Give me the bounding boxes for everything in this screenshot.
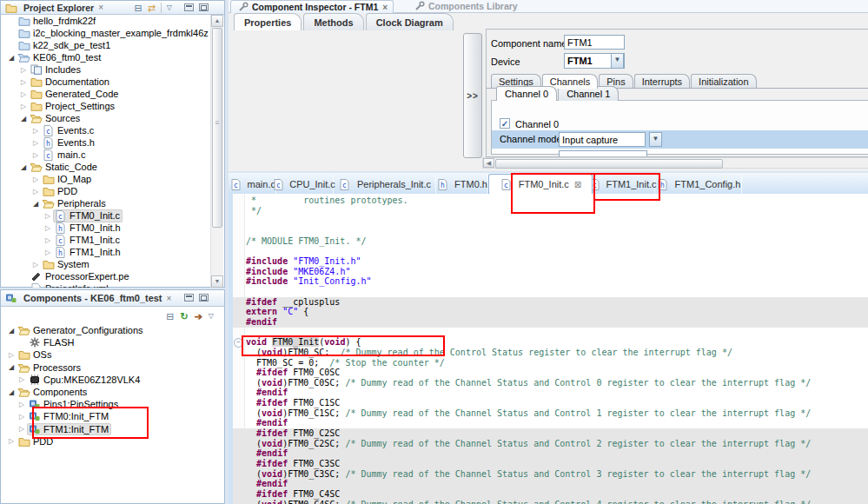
close-tab-icon[interactable]: ⊠: [574, 180, 581, 189]
expanded-arrow-icon[interactable]: ◢: [6, 54, 17, 62]
tree-item-system[interactable]: ▷System: [1, 258, 213, 270]
expanded-arrow-icon[interactable]: ◢: [18, 163, 29, 171]
collapsed-arrow-icon[interactable]: ▷: [43, 236, 53, 244]
tree-item-peripherals[interactable]: ◢Peripherals: [1, 197, 213, 209]
channel-mode-select[interactable]: Input capture: [559, 132, 646, 147]
scroll-left-icon[interactable]: ◀: [483, 158, 494, 168]
editor-tab-main-c[interactable]: cmain.c: [231, 175, 276, 194]
collapsed-arrow-icon[interactable]: ▷: [6, 437, 17, 445]
scroll-up-icon[interactable]: ▲: [211, 15, 223, 27]
view-menu-icon[interactable]: ▽: [167, 3, 172, 12]
fold-collapse-icon[interactable]: −: [234, 338, 243, 348]
collapsed-arrow-icon[interactable]: ▷: [30, 176, 41, 183]
generate-code-icon[interactable]: ➔: [195, 312, 202, 321]
tree-item-ftm0-init-c[interactable]: ▷cFTM0_Init.c: [1, 209, 213, 222]
tree-item-ftm0-init-ftm[interactable]: ▷FTM0:Init_FTM: [1, 410, 224, 422]
tree-item-ftm1-init-ftm[interactable]: ▷FTM1:Init_FTM: [1, 423, 224, 435]
expanded-arrow-icon[interactable]: ◢: [6, 327, 17, 335]
collapsed-arrow-icon[interactable]: ▷: [18, 78, 29, 86]
tree-item-cpu-mke06z128vlk4[interactable]: ▷Cpu:MKE06Z128VLK4: [1, 374, 224, 386]
editor-tab-peripherals-init-c[interactable]: cPeripherals_Init.c: [334, 175, 436, 194]
collapsed-arrow-icon[interactable]: ▷: [43, 224, 53, 232]
subtab-interrupts[interactable]: Interrupts: [634, 74, 690, 89]
editor-tab-ftm0-init-c[interactable]: cFTM0_Init.c⊠: [488, 174, 593, 194]
component-name-input[interactable]: FTM1: [564, 35, 625, 50]
tree-item-generated-code[interactable]: ▷Generated_Code: [1, 88, 213, 100]
tab-components-library[interactable]: Components Library: [407, 0, 523, 12]
tree-item-i2c-blocking-master-example-frdmkl46z[interactable]: i2c_blocking_master_example_frdmkl46z: [1, 27, 213, 39]
collapsed-arrow-icon[interactable]: ▷: [17, 375, 27, 383]
view-menu-icon[interactable]: ▽: [209, 312, 214, 321]
tab-component-inspector[interactable]: Component Inspector - FTM1 ×: [230, 0, 394, 13]
subtab-initialization[interactable]: Initialization: [691, 74, 756, 89]
minimize-view-icon[interactable]: [184, 294, 194, 302]
tree-item-projectinfo-xml[interactable]: ProjectInfo.xml: [1, 282, 213, 288]
tree-item-ftm1-init-h[interactable]: ▷hFTM1_Init.h: [1, 246, 213, 258]
link-with-editor-icon[interactable]: ⇄: [148, 3, 156, 12]
close-view-icon[interactable]: ×: [98, 3, 103, 12]
close-view-icon[interactable]: ×: [382, 3, 388, 12]
collapse-all-icon[interactable]: ⊟: [166, 312, 174, 321]
editor-tab-ftm1-init-c[interactable]: cFTM1_Init.c: [593, 175, 655, 194]
collapsed-arrow-icon[interactable]: ▷: [30, 151, 41, 159]
expand-sections-button[interactable]: >>: [463, 33, 482, 158]
close-view-icon[interactable]: ×: [167, 294, 172, 303]
maximize-view-icon[interactable]: [199, 294, 209, 302]
tree-item-pins1-pinsettings[interactable]: ▷Pins1:PinSettings: [1, 398, 224, 410]
tree-item-hello-frdmk22f[interactable]: hello_frdmk22f: [1, 15, 213, 27]
tree-item-ftm1-init-c[interactable]: ▷cFTM1_Init.c: [1, 234, 213, 246]
collapsed-arrow-icon[interactable]: ▷: [30, 139, 41, 147]
expanded-arrow-icon[interactable]: ◢: [6, 388, 17, 396]
minimize-view-icon[interactable]: [184, 3, 194, 11]
tree-item-includes[interactable]: ▷Includes: [1, 63, 213, 76]
device-dropdown-icon[interactable]: ▼: [611, 53, 624, 69]
tree-item-sources[interactable]: ◢Sources: [1, 112, 213, 124]
collapsed-arrow-icon[interactable]: ▷: [17, 413, 27, 421]
channel-mode-dropdown-icon[interactable]: ▼: [649, 132, 662, 147]
tree-item-ftm0-init-h[interactable]: ▷hFTM0_Init.h: [1, 222, 213, 234]
tree-item-documentation[interactable]: ▷Documentation: [1, 76, 213, 88]
tree-item-main-c[interactable]: ▷cmain.c: [1, 149, 213, 161]
collapsed-arrow-icon[interactable]: ▷: [17, 401, 27, 408]
editor-tab-ftm0-h[interactable]: hFTM0.h: [436, 175, 488, 194]
inspector-hscrollbar[interactable]: ◀: [482, 157, 868, 169]
tree-item-generator-configurations[interactable]: ◢Generator_Configurations: [1, 324, 224, 336]
tree-item-ke06-ftm0-test[interactable]: ◢KE06_ftm0_test: [1, 51, 213, 63]
project-explorer-scrollbar[interactable]: ▲ ≡ ▼: [210, 15, 223, 288]
tree-item-io-map[interactable]: ▷IO_Map: [1, 173, 213, 185]
tree-item-k22-sdk-pe-test1[interactable]: k22_sdk_pe_test1: [1, 39, 213, 51]
scroll-down-icon[interactable]: ▼: [211, 275, 223, 288]
editor-tab-cpu-init-c[interactable]: cCPU_Init.c: [276, 175, 334, 194]
tree-item-static-code[interactable]: ◢Static_Code: [1, 161, 213, 173]
editor-tab-ftm1-config-h[interactable]: hFTM1_Config.h: [655, 175, 742, 194]
tab-clock-diagram[interactable]: Clock Diagram: [366, 13, 454, 30]
collapsed-arrow-icon[interactable]: ▷: [30, 188, 41, 196]
tree-item-processorexpert-pe[interactable]: ProcessorExpert.pe: [1, 270, 213, 282]
collapsed-arrow-icon[interactable]: ▷: [43, 212, 53, 220]
collapsed-arrow-icon[interactable]: ▷: [17, 425, 27, 433]
tree-item-oss[interactable]: ▷OSs: [1, 348, 224, 361]
tree-item-pdd[interactable]: ▷PDD: [1, 435, 224, 448]
tree-item-pdd[interactable]: ▷PDD: [1, 185, 213, 197]
tree-item-events-h[interactable]: ▷hEvents.h: [1, 136, 213, 149]
expanded-arrow-icon[interactable]: ◢: [30, 200, 41, 208]
tree-item-processors[interactable]: ◢Processors: [1, 361, 224, 374]
collapsed-arrow-icon[interactable]: ▷: [18, 66, 29, 74]
update-code-icon[interactable]: ↻: [180, 312, 188, 321]
tab-properties[interactable]: Properties: [234, 13, 301, 30]
tree-item-components[interactable]: ◢Components: [1, 386, 224, 398]
tree-item-flash[interactable]: FLASH: [1, 336, 224, 348]
collapse-all-icon[interactable]: ⊟: [134, 3, 142, 12]
channel-tab-channel-0[interactable]: Channel 0: [496, 86, 557, 101]
tab-methods[interactable]: Methods: [303, 13, 363, 30]
collapsed-arrow-icon[interactable]: ▷: [43, 249, 53, 256]
tree-item-events-c[interactable]: ▷cEvents.c: [1, 124, 213, 136]
expanded-arrow-icon[interactable]: ◢: [6, 363, 17, 371]
tree-item-project-settings[interactable]: ▷Project_Settings: [1, 100, 213, 112]
collapsed-arrow-icon[interactable]: ▷: [30, 127, 41, 135]
maximize-view-icon[interactable]: [199, 3, 209, 11]
collapsed-arrow-icon[interactable]: ▷: [18, 103, 29, 110]
channel0-checkbox[interactable]: [500, 118, 510, 129]
collapsed-arrow-icon[interactable]: ▷: [30, 261, 41, 269]
scrollbar-thumb[interactable]: [495, 159, 723, 169]
